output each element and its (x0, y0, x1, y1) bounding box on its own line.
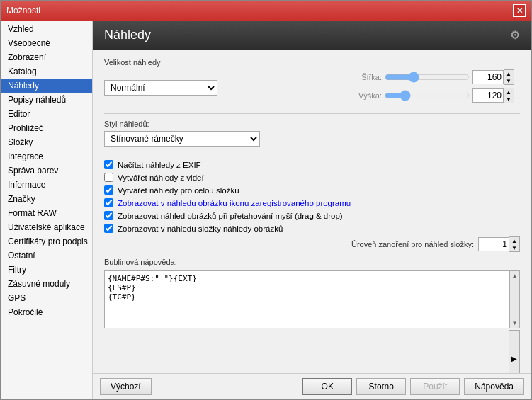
scroll-down-arrow[interactable]: ▼ (512, 320, 518, 326)
sidebar-item-pokročilé[interactable]: Pokročilé (1, 305, 92, 319)
sidebar: VzhledVšeobecnéZobrazeníKatalogNáhledyPo… (1, 21, 93, 399)
height-spinner: ▲ ▼ (472, 88, 514, 103)
depth-down-arrow[interactable]: ▼ (509, 244, 519, 251)
size-select[interactable]: NormálníMaléVelkéVlastní (104, 80, 217, 96)
height-up-arrow[interactable]: ▲ (504, 88, 514, 96)
checkbox-label-3: Zobrazovat v náhledu obrázku ikonu zareg… (118, 199, 351, 207)
checkbox-row-5: Zobrazovat v náhledu složky náhledy obrá… (104, 224, 520, 233)
depth-spinner: ▲ ▼ (478, 236, 520, 252)
checkbox-3[interactable] (104, 198, 113, 207)
height-slider-row: Výška: ▲ ▼ (357, 88, 514, 103)
titlebar: Možnosti ✕ (1, 1, 531, 21)
bubble-scrollbar: ▲ ▼ (509, 271, 519, 328)
sidebar-item-katalog[interactable]: Katalog (1, 64, 92, 79)
content-title: Náhledy (104, 28, 151, 42)
checkbox-2[interactable] (104, 185, 113, 195)
checkbox-label-5: Zobrazovat v náhledu složky náhledy obrá… (118, 224, 283, 233)
bubble-textarea[interactable] (105, 271, 509, 328)
sidebar-item-filtry[interactable]: Filtry (1, 263, 92, 277)
gear-icon[interactable]: ⚙ (510, 28, 520, 42)
width-down-arrow[interactable]: ▼ (504, 77, 514, 84)
width-up-arrow[interactable]: ▲ (504, 70, 514, 77)
cancel-button[interactable]: Storno (356, 378, 406, 395)
sidebar-item-všeobecné[interactable]: Všeobecné (1, 36, 92, 50)
width-slider-row: Šířka: ▲ ▼ (357, 69, 514, 85)
style-section: Styl náhledů: Stínované rámečkyJednoduch… (104, 120, 520, 147)
footer-right-buttons: OK Storno Použít Nápověda (302, 378, 524, 395)
checkbox-4[interactable] (104, 211, 113, 220)
style-section-label: Styl náhledů: (104, 120, 520, 128)
height-label: Výška: (357, 91, 382, 100)
checkbox-row-4: Zobrazovat náhled obrázků při přetahován… (104, 211, 520, 220)
checkbox-0[interactable] (104, 160, 113, 169)
bubble-label: Bublinová nápověda: (104, 258, 520, 266)
sidebar-item-správa-barev[interactable]: Správa barev (1, 164, 92, 178)
depth-row: Úroveň zanoření pro náhled složky: ▲ ▼ (104, 236, 520, 252)
window-title: Možnosti (6, 6, 40, 16)
sidebar-item-editor[interactable]: Editor (1, 107, 92, 121)
depth-arrows: ▲ ▼ (509, 236, 520, 252)
checkbox-label-1: Vytvářet náhledy z videí (118, 173, 204, 182)
bubble-section: Bublinová nápověda: ▲ ▼ ▶ (104, 258, 520, 373)
apply-button[interactable]: Použít (410, 378, 460, 395)
bubble-arrow-button[interactable]: ▶ (509, 330, 520, 373)
checkbox-1[interactable] (104, 173, 113, 182)
sidebar-item-náhledy[interactable]: Náhledy (1, 79, 92, 93)
sidebar-item-složky[interactable]: Složky (1, 135, 92, 149)
height-input[interactable] (472, 88, 504, 103)
width-arrows: ▲ ▼ (504, 69, 514, 85)
sidebar-item-integrace[interactable]: Integrace (1, 149, 92, 164)
sidebar-item-značky[interactable]: Značky (1, 192, 92, 206)
depth-input[interactable] (478, 237, 509, 251)
default-button[interactable]: Výchozí (100, 378, 152, 395)
bubble-inner: ▲ ▼ (105, 271, 519, 328)
divider-1 (104, 113, 520, 114)
height-down-arrow[interactable]: ▼ (504, 96, 514, 103)
sidebar-item-uživatelské-aplikace[interactable]: Uživatelské aplikace (1, 220, 92, 234)
checkbox-row-0: Načítat náhledy z EXIF (104, 160, 520, 169)
checkbox-row-3: Zobrazovat v náhledu obrázku ikonu zareg… (104, 198, 520, 207)
width-input[interactable] (472, 70, 504, 84)
sidebar-item-gps[interactable]: GPS (1, 291, 92, 305)
sidebar-item-popisy-náhledů[interactable]: Popisy náhledů (1, 93, 92, 107)
checkbox-label-4: Zobrazovat náhled obrázků při přetahován… (118, 212, 343, 220)
scroll-up-arrow[interactable]: ▲ (512, 273, 518, 279)
sidebar-item-certifikáty-pro-podpis[interactable]: Certifikáty pro podpis (1, 234, 92, 248)
checkbox-label-2: Vytvářet náhledy pro celou složku (118, 186, 239, 195)
help-button[interactable]: Nápověda (464, 378, 524, 395)
content-header: Náhledy ⚙ (93, 21, 531, 50)
checkboxes-group: Načítat náhledy z EXIFVytvářet náhledy z… (104, 160, 520, 233)
footer: Výchozí OK Storno Použít Nápověda (93, 373, 531, 399)
ok-button[interactable]: OK (302, 378, 352, 395)
sidebar-item-ostatní[interactable]: Ostatní (1, 248, 92, 263)
sidebar-item-zásuvné-moduly[interactable]: Zásuvné moduly (1, 277, 92, 291)
size-section: Velikost náhledy NormálníMaléVelkéVlastn… (104, 58, 520, 106)
close-button[interactable]: ✕ (513, 4, 526, 17)
size-section-label: Velikost náhledy (104, 58, 520, 67)
height-arrows: ▲ ▼ (504, 88, 514, 103)
content-body: Velikost náhledy NormálníMaléVelkéVlastn… (93, 50, 531, 373)
style-select[interactable]: Stínované rámečkyJednoduchéBez rámečků (104, 131, 260, 147)
checkbox-5[interactable] (104, 224, 113, 233)
sidebar-item-zobrazení[interactable]: Zobrazení (1, 50, 92, 64)
sidebar-item-informace[interactable]: Informace (1, 178, 92, 192)
depth-up-arrow[interactable]: ▲ (509, 237, 519, 244)
divider-2 (104, 154, 520, 154)
width-spinner: ▲ ▼ (472, 69, 514, 85)
height-slider[interactable] (385, 90, 470, 101)
checkbox-row-1: Vytvářet náhledy z videí (104, 173, 520, 182)
checkbox-row-2: Vytvářet náhledy pro celou složku (104, 185, 520, 195)
sidebar-item-vzhled[interactable]: Vzhled (1, 22, 92, 36)
bubble-container: ▲ ▼ (104, 270, 520, 328)
width-slider[interactable] (385, 72, 470, 83)
size-form-row: NormálníMaléVelkéVlastní Šířka: ▲ (104, 69, 520, 106)
width-label: Šířka: (357, 73, 382, 81)
window-body: VzhledVšeobecnéZobrazeníKatalogNáhledyPo… (1, 21, 531, 399)
sidebar-item-formát-raw[interactable]: Formát RAW (1, 206, 92, 220)
main-window: Možnosti ✕ VzhledVšeobecnéZobrazeníKatal… (0, 0, 532, 400)
sidebar-item-prohlížeč[interactable]: Prohlížeč (1, 121, 92, 135)
depth-label: Úroveň zanoření pro náhled složky: (351, 240, 474, 248)
checkbox-label-0: Načítat náhledy z EXIF (118, 161, 201, 169)
main-content: Náhledy ⚙ Velikost náhledy NormálníMaléV… (93, 21, 531, 399)
